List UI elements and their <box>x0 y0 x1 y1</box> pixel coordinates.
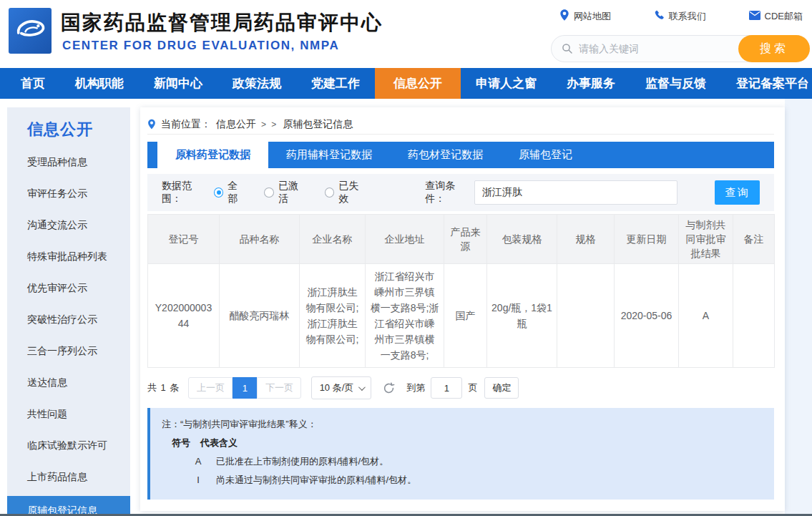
chevron-down-icon <box>358 384 366 391</box>
filter-bar: 数据范围： 全部 已激活 已失效 查询条件： 查询 <box>147 174 774 211</box>
cde-mail-link[interactable]: CDE邮箱 <box>749 9 803 23</box>
breadcrumb-pin-icon <box>147 119 156 130</box>
main-content: 当前位置： 信息公开 > > 原辅包登记信息 原料药登记数据 药用辅料登记数据 … <box>140 107 785 511</box>
sidebar-item-communication-publicity[interactable]: 沟通交流公示 <box>7 209 130 240</box>
col-header-update-date: 更新日期 <box>615 215 679 264</box>
site-header: 国家药品监督管理局药品审评中心 CENTER FOR DRUG EVALUATI… <box>0 0 812 68</box>
table-header-row: 登记号 品种名称 企业名称 企业地址 产品来源 包装规格 规格 更新日期 与制剂… <box>148 215 775 264</box>
radio-activated[interactable]: 已激活 <box>264 180 307 205</box>
sidebar-item-common-issues[interactable]: 共性问题 <box>7 398 130 429</box>
goto-confirm-button[interactable]: 确定 <box>484 377 519 399</box>
scope-label: 数据范围： <box>162 180 211 205</box>
goto-unit: 页 <box>468 381 477 394</box>
col-header-registration-no: 登记号 <box>148 215 220 264</box>
col-header-company-address: 企业地址 <box>366 215 444 264</box>
mail-icon <box>749 11 760 22</box>
radio-all[interactable]: 全部 <box>214 180 248 205</box>
tab-raw-excipient-pack[interactable]: 原辅包登记 <box>501 142 590 168</box>
nav-item-party-building[interactable]: 党建工作 <box>296 68 375 99</box>
cell-remarks <box>733 264 775 368</box>
scope-radio-group: 全部 已激活 已失效 <box>214 180 368 205</box>
cell-company-address: 浙江省绍兴市嵊州市三界镇横一支路8号;浙江省绍兴市嵊州市三界镇横一支路8号; <box>366 264 444 368</box>
sidebar-item-special-approval-list[interactable]: 特殊审批品种列表 <box>7 240 130 272</box>
page-size-value: 10 条/页 <box>320 381 354 394</box>
col-header-spec: 规格 <box>557 215 615 264</box>
query-label: 查询条件： <box>425 180 474 205</box>
sidebar-item-priority-review-publicity[interactable]: 优先审评公示 <box>7 272 130 303</box>
breadcrumb-separator: > > <box>261 120 278 130</box>
radio-inactivated[interactable]: 已失效 <box>325 180 368 205</box>
sidebar-item-clinical-trial-implied-license[interactable]: 临床试验默示许可 <box>7 429 130 461</box>
next-page-button[interactable]: 下一页 <box>257 377 301 399</box>
sidebar-item-review-task-publicity[interactable]: 审评任务公示 <box>7 177 130 209</box>
radio-dot-icon <box>264 188 274 198</box>
site-title: 国家药品监督管理局药品审评中心 <box>61 9 383 36</box>
sidebar-item-breakthrough-therapy-publicity[interactable]: 突破性治疗公示 <box>7 303 130 335</box>
main-nav: 首页 机构职能 新闻中心 政策法规 党建工作 信息公开 申请人之窗 办事服务 监… <box>0 68 812 99</box>
search-icon <box>562 43 573 54</box>
quick-links: 网站地图 联系我们 CDE邮箱 <box>559 9 803 23</box>
note-header-row: 符号 代表含义 <box>162 434 763 452</box>
note-symbol-a: A <box>187 452 209 471</box>
sidebar-item-accepted-variety-info[interactable]: 受理品种信息 <box>7 146 130 177</box>
nav-item-services[interactable]: 办事服务 <box>552 68 630 99</box>
prev-page-button[interactable]: 上一页 <box>188 377 233 399</box>
page-size-select[interactable]: 10 条/页 <box>311 376 371 399</box>
col-header-product-source: 产品来源 <box>444 215 487 264</box>
nav-item-news-center[interactable]: 新闻中心 <box>139 68 217 99</box>
note-meaning-a: 已批准在上市制剂使用的原料/辅料/包材。 <box>216 452 388 471</box>
nav-item-registration-platform[interactable]: 登记备案平台 <box>721 68 812 99</box>
tab-excipient-registration[interactable]: 药用辅料登记数据 <box>268 142 390 168</box>
col-header-variety-name: 品种名称 <box>220 215 300 264</box>
cell-product-source: 国产 <box>444 264 487 368</box>
sidebar-item-raw-excipient-pack-registration[interactable]: 原辅包登记信息 <box>7 496 130 516</box>
tab-api-registration[interactable]: 原料药登记数据 <box>157 142 268 168</box>
nav-item-supervision-feedback[interactable]: 监督与反馈 <box>630 68 721 99</box>
note-row-i: I 尚未通过与制剂共同审评审批的原料/辅料/包材。 <box>162 471 763 490</box>
current-page-button[interactable]: 1 <box>233 377 257 399</box>
search-button[interactable]: 搜索 <box>738 35 810 62</box>
pagination-total: 共 1 条 <box>147 381 180 394</box>
tab-packaging-registration[interactable]: 药包材登记数据 <box>390 142 501 168</box>
nav-item-applicant-window[interactable]: 申请人之窗 <box>461 68 552 99</box>
phone-icon <box>654 10 665 23</box>
col-header-packaging-spec: 包装规格 <box>487 215 557 264</box>
registration-table: 登记号 品种名称 企业名称 企业地址 产品来源 包装规格 规格 更新日期 与制剂… <box>147 214 775 368</box>
cell-packaging-spec: 20g/瓶，1袋1瓶 <box>487 264 557 368</box>
sitemap-link[interactable]: 网站地图 <box>559 9 611 23</box>
nav-item-home[interactable]: 首页 <box>6 68 60 99</box>
page: 国家药品监督管理局药品审评中心 CENTER FOR DRUG EVALUATI… <box>0 0 812 516</box>
sidebar-item-delivery-info[interactable]: 送达信息 <box>7 366 130 398</box>
nav-item-org-functions[interactable]: 机构职能 <box>60 68 139 99</box>
note-meaning-header: 代表含义 <box>200 434 238 452</box>
col-header-remarks: 备注 <box>733 215 775 264</box>
search-input[interactable] <box>579 43 715 54</box>
note-meaning-i: 尚未通过与制剂共同审评审批的原料/辅料/包材。 <box>216 471 416 490</box>
cell-spec <box>557 264 615 368</box>
query-button[interactable]: 查询 <box>715 180 760 205</box>
goto-page-input[interactable] <box>431 377 462 399</box>
radio-inactivated-label: 已失效 <box>338 180 368 205</box>
cell-registration-no: Y20200000344 <box>148 264 220 368</box>
breadcrumb-section-link[interactable]: 信息公开 <box>216 118 256 131</box>
legend-note: 注：“与制剂共同审评审批结果”释义： 符号 代表含义 A 已批准在上市制剂使用的… <box>147 408 774 500</box>
breadcrumb-current: 原辅包登记信息 <box>283 118 353 131</box>
cell-update-date: 2020-05-06 <box>615 264 679 368</box>
contact-link[interactable]: 联系我们 <box>654 9 706 23</box>
query-input[interactable] <box>474 180 678 205</box>
sidebar-title: 信息公开 <box>7 107 130 146</box>
col-header-joint-review-result: 与制剂共同审批审批结果 <box>679 215 733 264</box>
data-tabs: 原料药登记数据 药用辅料登记数据 药包材登记数据 原辅包登记 <box>147 142 774 168</box>
col-header-company-name: 企业名称 <box>300 215 366 264</box>
sidebar-item-marketed-drug-info[interactable]: 上市药品信息 <box>7 461 130 492</box>
refresh-icon[interactable] <box>383 382 395 394</box>
fish-swirl-icon <box>11 11 49 51</box>
site-search: 搜索 <box>551 35 810 62</box>
nav-item-policies[interactable]: 政策法规 <box>217 68 296 99</box>
note-title: 注：“与制剂共同审评审批结果”释义： <box>162 415 763 434</box>
location-pin-icon <box>559 9 569 23</box>
pagination: 共 1 条 上一页 1 下一页 10 条/页 到第 页 确定 <box>147 376 774 399</box>
nav-item-info-disclosure[interactable]: 信息公开 <box>375 68 461 99</box>
site-subtitle: CENTER FOR DRUG EVALUATION, NMPA <box>62 39 339 53</box>
sidebar-item-three-in-one-sequence[interactable]: 三合一序列公示 <box>7 335 130 366</box>
